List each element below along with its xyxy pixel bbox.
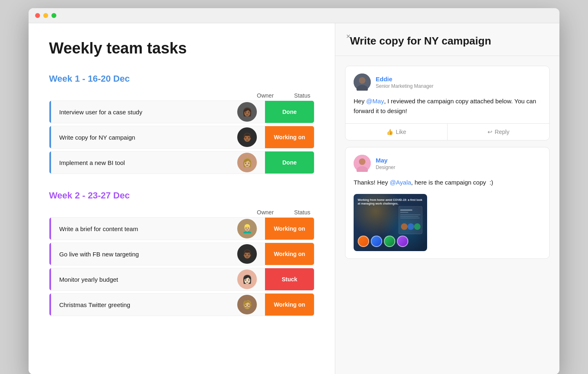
comments-area: Eddie Senior Marketing Manager Hey @May,…: [335, 56, 559, 374]
task-status-working: Working on: [265, 294, 314, 316]
comment-card: May Designer Thanks! Hey @Ayala, here is…: [345, 147, 550, 259]
task-name: Implement a new BI tool: [51, 159, 237, 166]
table-row[interactable]: Go live with FB new targeting 👨🏾 Working…: [49, 243, 314, 265]
comment-user-role: Designer: [376, 165, 395, 170]
comment-header: Eddie Senior Marketing Manager: [354, 73, 541, 91]
svg-rect-7: [400, 209, 412, 211]
table-row[interactable]: Write a brief for content team 👱🏼‍♂️ Wor…: [49, 217, 314, 240]
status-col-header-2: Status: [294, 209, 310, 216]
owner-avatar: 👱🏼‍♂️: [237, 219, 257, 238]
week-1-heading: Week 1 - 16-20 Dec: [49, 73, 314, 84]
owner-avatar: 👨🏾: [237, 127, 257, 147]
task-status-working: Working on: [265, 243, 314, 265]
table-row[interactable]: Interview user for a case study 👩🏾 Done: [49, 100, 314, 123]
content-area: Weekly team tasks Week 1 - 16-20 Dec Own…: [29, 23, 559, 374]
task-name: Write a brief for content team: [51, 225, 237, 232]
week-1-section: Week 1 - 16-20 Dec Owner Status Intervie…: [49, 73, 314, 174]
svg-point-14: [414, 223, 421, 230]
week-2-section: Week 2 - 23-27 Dec Owner Status Write a …: [49, 190, 314, 316]
table-row[interactable]: Christmas Twitter greeting 🧔🏼 Working on: [49, 293, 314, 316]
app-window: Weekly team tasks Week 1 - 16-20 Dec Own…: [29, 8, 559, 374]
like-label: Like: [396, 129, 406, 135]
comment-text: Thanks! Hey @Ayala, here is the campaign…: [354, 178, 541, 187]
panel-task-title: Write copy for NY campaign: [335, 23, 559, 56]
task-status-done: Done: [265, 151, 314, 174]
avatar: [354, 155, 371, 172]
task-name: Interview user for a case study: [51, 109, 237, 116]
dot-red[interactable]: [35, 13, 40, 18]
mention: @Ayala: [390, 179, 411, 186]
brochure-decoration: [399, 206, 423, 235]
svg-point-13: [408, 223, 414, 230]
svg-rect-10: [400, 216, 419, 217]
table-row[interactable]: Write copy for NY campaign 👨🏾 Working on: [49, 126, 314, 149]
task-status-working: Working on: [265, 126, 314, 148]
svg-rect-11: [400, 218, 420, 218]
comment-header: May Designer: [354, 155, 541, 172]
page-title: Weekly team tasks: [49, 40, 314, 57]
task-name: Write copy for NY campaign: [51, 134, 237, 141]
close-button[interactable]: ×: [343, 31, 353, 41]
table-row[interactable]: Monitor yearly budget 👩🏻 Stuck: [49, 268, 314, 291]
campaign-image: Working from home amid COVID-19: a first…: [354, 194, 427, 251]
avatar: [354, 73, 371, 91]
owner-avatar: 👩🏻: [237, 269, 257, 289]
reply-icon: ↩: [488, 129, 492, 135]
comment-user-info: May Designer: [376, 157, 395, 170]
reply-label: Reply: [495, 129, 510, 135]
owner-col-header-2: Owner: [257, 209, 274, 216]
image-overlay-text: Working from home amid COVID-19: a first…: [358, 198, 423, 205]
task-status-working: Working on: [265, 218, 314, 240]
table-row[interactable]: Implement a new BI tool 👩🏼 Done: [49, 151, 314, 174]
comment-user-name: May: [376, 157, 395, 164]
dot-green[interactable]: [51, 13, 56, 18]
svg-point-4: [359, 158, 365, 165]
task-name: Go live with FB new targeting: [51, 251, 237, 258]
week-1-table-header: Owner Status: [49, 92, 314, 99]
week-2-heading: Week 2 - 23-27 Dec: [49, 190, 314, 201]
titlebar: [29, 8, 559, 23]
like-icon: 👍: [386, 129, 393, 135]
task-status-done: Done: [265, 101, 314, 123]
face-chip: [358, 236, 369, 247]
task-name: Christmas Twitter greeting: [51, 301, 237, 308]
face-chip: [397, 236, 408, 247]
comment-actions: 👍 Like ↩ Reply: [345, 123, 549, 140]
right-panel: × Write copy for NY campaign: [335, 23, 559, 374]
mention: @May: [366, 98, 384, 105]
face-chip: [371, 236, 382, 247]
status-col-header: Status: [294, 92, 310, 99]
owner-avatar: 🧔🏼: [237, 295, 257, 314]
left-panel: Weekly team tasks Week 1 - 16-20 Dec Own…: [29, 23, 335, 374]
comment-card: Eddie Senior Marketing Manager Hey @May,…: [345, 66, 550, 140]
owner-avatar: 👩🏾: [237, 102, 257, 122]
image-title: Working from home amid COVID-19: a first…: [358, 198, 423, 205]
comment-text: Hey @May, I reviewed the campaign copy a…: [354, 96, 541, 116]
owner-col-header: Owner: [257, 92, 274, 99]
image-faces: [358, 236, 423, 247]
dot-yellow[interactable]: [43, 13, 48, 18]
comment-body: Eddie Senior Marketing Manager Hey @May,…: [345, 66, 549, 123]
svg-rect-9: [400, 214, 421, 215]
comment-body: May Designer Thanks! Hey @Ayala, here is…: [345, 147, 549, 258]
owner-avatar: 👩🏼: [237, 153, 257, 172]
owner-avatar: 👨🏾: [237, 244, 257, 264]
svg-point-1: [359, 77, 365, 84]
task-name: Monitor yearly budget: [51, 276, 237, 283]
comment-user-role: Senior Marketing Manager: [376, 83, 433, 89]
face-chip: [384, 236, 395, 247]
task-status-stuck: Stuck: [265, 268, 314, 290]
comment-user-name: Eddie: [376, 76, 433, 82]
svg-rect-8: [400, 212, 408, 213]
week-2-table-header: Owner Status: [49, 209, 314, 216]
svg-point-12: [401, 223, 408, 230]
reply-button[interactable]: ↩ Reply: [448, 124, 549, 140]
comment-user-info: Eddie Senior Marketing Manager: [376, 76, 433, 89]
like-button[interactable]: 👍 Like: [345, 124, 448, 140]
